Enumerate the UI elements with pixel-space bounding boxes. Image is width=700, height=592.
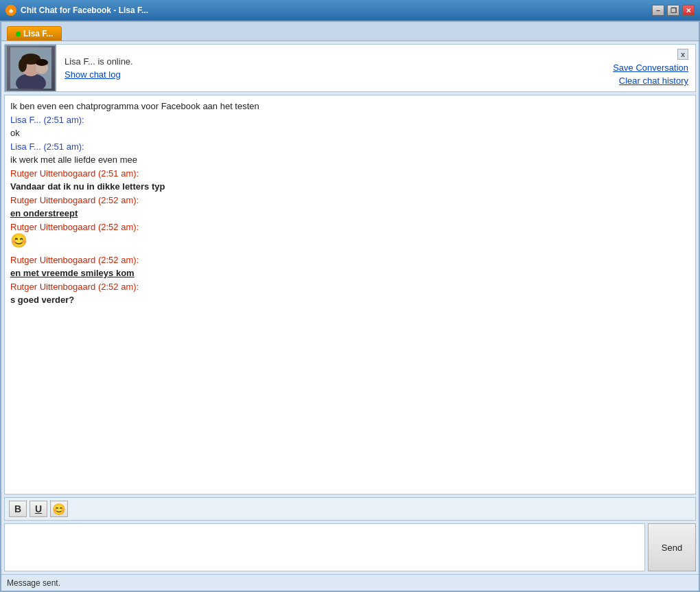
restore-button[interactable]: ❐ <box>667 5 679 16</box>
title-bar: ♣ Chit Chat for Facebook - Lisa F... – ❐… <box>0 0 700 21</box>
bold-button[interactable]: B <box>9 501 27 517</box>
info-bar-text: Lisa F... is online. Show chat log <box>56 45 606 91</box>
chat-sender: Rutger Uittenbogaard (2:52 am): <box>10 280 690 294</box>
status-bar: Message sent. <box>1 574 699 591</box>
chat-message: en onderstreept <box>10 207 690 220</box>
tab-lisa[interactable]: Lisa F... <box>7 26 62 41</box>
tab-label: Lisa F... <box>23 29 53 38</box>
chat-sender: Rutger Uittenbogaard (2:52 am): <box>10 194 690 207</box>
svg-point-6 <box>36 59 48 66</box>
tab-bar: Lisa F... <box>1 22 699 41</box>
title-bar-title: Chit Chat for Facebook - Lisa F... <box>21 5 652 15</box>
main-window: Lisa F... <box>0 21 700 592</box>
chat-sender: Rutger Uittenbogaard (2:51 am): <box>10 167 690 181</box>
chat-log[interactable]: Ik ben even een chatprogramma voor Faceb… <box>4 95 696 494</box>
window-controls: – ❐ ✕ <box>652 5 695 16</box>
chat-content: Lisa F... is online. Show chat log x Sav… <box>1 41 699 574</box>
chat-message: en met vreemde smileys kom <box>10 266 690 280</box>
info-close-button[interactable]: x <box>677 49 688 60</box>
chat-message: Vandaar dat ik nu in dikke letters typ <box>10 180 690 194</box>
chat-message: s goed verder? <box>10 293 690 307</box>
svg-point-4 <box>19 58 27 72</box>
chat-sender: Lisa F... (2:51 am): <box>10 140 690 154</box>
save-conversation-link[interactable]: Save Conversation <box>613 62 688 73</box>
minimize-button[interactable]: – <box>652 5 664 16</box>
clear-history-link[interactable]: Clear chat history <box>619 76 688 86</box>
chat-message: ik werk met alle liefde even mee <box>10 153 690 167</box>
chat-message: Ik ben even een chatprogramma voor Faceb… <box>10 100 690 113</box>
app-icon: ♣ <box>5 5 16 16</box>
avatar-image <box>10 47 51 89</box>
chat-sender: Rutger Uittenbogaard (2:52 am): <box>10 253 690 267</box>
send-button[interactable]: Send <box>648 523 696 571</box>
online-status: Lisa F... is online. <box>65 56 598 67</box>
show-chat-log-link[interactable]: Show chat log <box>65 69 598 80</box>
input-area: Send <box>4 523 696 571</box>
message-input[interactable] <box>4 523 645 571</box>
chat-sender: Lisa F... (2:51 am): <box>10 113 690 127</box>
info-bar: Lisa F... is online. Show chat log x Sav… <box>4 44 696 92</box>
underline-button[interactable]: U <box>30 501 47 517</box>
online-indicator <box>16 32 21 36</box>
info-bar-actions: x Save Conversation Clear chat history <box>606 45 695 91</box>
close-button[interactable]: ✕ <box>682 5 695 16</box>
avatar-area <box>5 45 56 91</box>
emoji-button[interactable]: 😊 <box>50 501 68 517</box>
avatar <box>7 46 55 91</box>
chat-emoji: 😊 <box>10 234 27 247</box>
format-toolbar: B U 😊 <box>4 497 696 521</box>
status-text: Message sent. <box>7 578 60 588</box>
chat-message: ok <box>10 126 690 140</box>
chat-sender: Rutger Uittenbogaard (2:52 am): <box>10 220 690 234</box>
